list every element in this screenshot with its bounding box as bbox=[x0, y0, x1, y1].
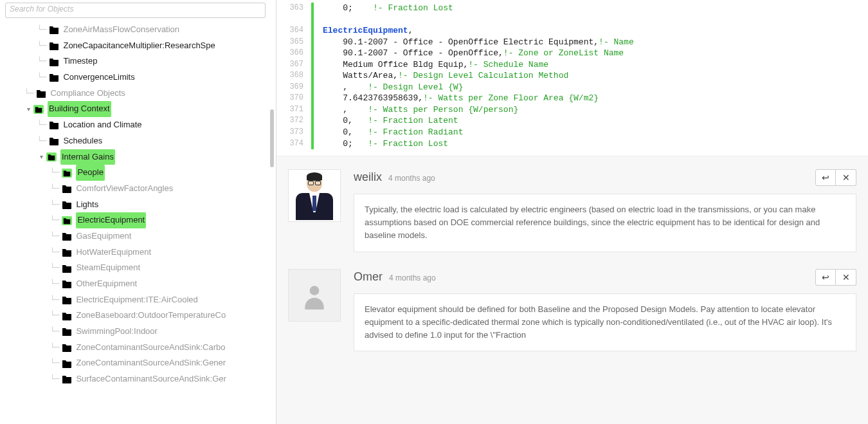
tree-item-label: SwimmingPool:Indoor bbox=[76, 324, 157, 340]
search-input[interactable]: Search for Objects bbox=[5, 3, 266, 18]
avatar[interactable] bbox=[288, 169, 341, 222]
code-line: 373 0, !- Fraction Radiant bbox=[276, 127, 868, 138]
line-number: 369 bbox=[276, 82, 311, 93]
tree-item-label: Timestep bbox=[63, 53, 97, 69]
toggle-icon[interactable]: ▾ bbox=[24, 103, 32, 115]
tree-branch-icon: └─ bbox=[37, 70, 46, 85]
code-content[interactable]: Watts/Area,!- Design Level Calculation M… bbox=[323, 70, 568, 82]
folder-icon bbox=[62, 216, 72, 225]
folder-icon bbox=[62, 279, 72, 288]
folder-icon bbox=[49, 41, 59, 50]
diff-gutter bbox=[311, 59, 314, 71]
tree-item-surfacecontaminantsourceandsin[interactable]: └─SurfaceContaminantSourceAndSink:Ger bbox=[5, 371, 271, 387]
code-content[interactable]: , !- Watts per Person {W/person} bbox=[323, 104, 518, 116]
diff-gutter bbox=[311, 37, 314, 48]
comment-author[interactable]: weilix bbox=[354, 171, 382, 184]
tree-item-location-and-climate[interactable]: └─Location and Climate bbox=[5, 117, 271, 133]
diff-gutter bbox=[311, 14, 314, 26]
tree-branch-icon: └─ bbox=[50, 340, 59, 355]
tree-branch-icon: └─ bbox=[50, 356, 59, 371]
code-content[interactable]: 0, !- Fraction Radiant bbox=[323, 127, 463, 138]
tree-item-people[interactable]: └─People bbox=[5, 165, 271, 181]
folder-icon bbox=[62, 295, 72, 304]
code-content[interactable]: 90.1-2007 - Office - OpenOffice,!- Zone … bbox=[323, 48, 624, 59]
tree-branch-icon: └─ bbox=[50, 308, 59, 323]
folder-icon bbox=[49, 57, 59, 66]
tree-item-hotwaterequipment[interactable]: └─HotWaterEquipment bbox=[5, 244, 271, 261]
tree-item-building-context[interactable]: ▾Building Context bbox=[5, 101, 271, 117]
tree-item-label: ElectricEquipment:ITE:AirCooled bbox=[76, 292, 197, 308]
tree-item-label: ComfortViewFactorAngles bbox=[76, 181, 173, 197]
reply-button[interactable]: ↩ bbox=[815, 269, 836, 286]
line-number: 371 bbox=[276, 104, 311, 116]
tree-item-convergencelimits[interactable]: └─ConvergenceLimits bbox=[5, 69, 271, 86]
folder-icon bbox=[62, 169, 72, 178]
tree-item-label: Location and Climate bbox=[63, 117, 141, 133]
code-content[interactable] bbox=[323, 14, 328, 26]
toggle-icon[interactable]: ▾ bbox=[37, 151, 45, 163]
avatar[interactable] bbox=[288, 269, 341, 322]
tree-item-zoneairmassflowconservation[interactable]: └─ZoneAirMassFlowConservation bbox=[5, 22, 271, 38]
line-number: 363 bbox=[276, 3, 311, 14]
tree-item-swimmingpool-indoor[interactable]: └─SwimmingPool:Indoor bbox=[5, 324, 271, 340]
folder-icon bbox=[62, 343, 72, 352]
tree-item-label: Building Context bbox=[48, 101, 111, 117]
comment-text: Elevator equipment should be defined for… bbox=[354, 293, 856, 351]
tree-item-lights[interactable]: └─Lights bbox=[5, 197, 271, 213]
folder-icon bbox=[62, 311, 72, 320]
line-number: 367 bbox=[276, 59, 311, 71]
tree-item-gasequipment[interactable]: └─GasEquipment bbox=[5, 228, 271, 244]
code-content[interactable]: 0; !- Fraction Lost bbox=[323, 138, 448, 150]
code-line: 369 , !- Design Level {W} bbox=[276, 82, 868, 93]
tree-item-label: ZoneBaseboard:OutdoorTemperatureCo bbox=[76, 308, 226, 324]
code-content[interactable]: 7.6423763958639,!- Watts per Zone Floor … bbox=[323, 93, 599, 104]
diff-gutter bbox=[311, 82, 314, 93]
code-content[interactable]: ElectricEquipment, bbox=[323, 25, 413, 37]
sidebar-tree: Search for Objects └─ZoneAirMassFlowCons… bbox=[0, 0, 276, 424]
comment-author[interactable]: Omer bbox=[354, 270, 383, 284]
tree-item-otherequipment[interactable]: └─OtherEquipment bbox=[5, 276, 271, 292]
line-number bbox=[276, 14, 311, 26]
line-number: 374 bbox=[276, 138, 311, 150]
tree-item-zonecapacitancemultiplier-rese[interactable]: └─ZoneCapacitanceMultiplier:ResearchSpe bbox=[5, 38, 271, 54]
diff-gutter bbox=[311, 127, 314, 138]
comment-header: weilix4 months ago↩✕ bbox=[354, 169, 856, 186]
tree-item-comfortviewfactorangles[interactable]: └─ComfortViewFactorAngles bbox=[5, 181, 271, 197]
tree-item-internal-gains[interactable]: ▾Internal Gains bbox=[5, 149, 271, 165]
code-content[interactable]: 0, !- Fraction Latent bbox=[323, 115, 458, 127]
tree-item-schedules[interactable]: └─Schedules bbox=[5, 133, 271, 149]
reply-button[interactable]: ↩ bbox=[815, 169, 836, 186]
close-button[interactable]: ✕ bbox=[836, 269, 856, 286]
tree-item-label: Internal Gains bbox=[60, 149, 115, 165]
close-button[interactable]: ✕ bbox=[836, 169, 856, 186]
code-line bbox=[276, 14, 868, 26]
code-content[interactable]: , !- Design Level {W} bbox=[323, 82, 463, 93]
folder-icon bbox=[62, 359, 72, 368]
folder-icon bbox=[49, 73, 59, 82]
tree-item-zonecontaminantsourceandsink-g[interactable]: └─ZoneContaminantSourceAndSink:Gener bbox=[5, 355, 271, 371]
scrollbar[interactable] bbox=[270, 109, 274, 167]
tree-item-label: ZoneCapacitanceMultiplier:ResearchSpe bbox=[63, 38, 215, 54]
code-line: 374 0; !- Fraction Lost bbox=[276, 138, 868, 150]
tree-item-zonecontaminantsourceandsink-c[interactable]: └─ZoneContaminantSourceAndSink:Carbo bbox=[5, 340, 271, 356]
comments-section: weilix4 months ago↩✕Typically, the elect… bbox=[276, 156, 868, 424]
comment: weilix4 months ago↩✕Typically, the elect… bbox=[288, 169, 856, 252]
tree-item-electricequipment-ite-aircoole[interactable]: └─ElectricEquipment:ITE:AirCooled bbox=[5, 292, 271, 308]
folder-icon bbox=[33, 105, 44, 114]
folder-icon bbox=[49, 120, 59, 129]
tree-item-label: ZoneContaminantSourceAndSink:Carbo bbox=[76, 340, 225, 356]
tree-branch-icon: └─ bbox=[37, 54, 46, 69]
line-number: 368 bbox=[276, 70, 311, 82]
tree-item-zonebaseboard-outdoortemperatu[interactable]: └─ZoneBaseboard:OutdoorTemperatureCo bbox=[5, 308, 271, 324]
tree-item-steamequipment[interactable]: └─SteamEquipment bbox=[5, 260, 271, 276]
code-content[interactable]: 90.1-2007 - Office - OpenOffice Electric… bbox=[323, 37, 634, 48]
folder-icon bbox=[46, 152, 57, 161]
code-content[interactable]: Medium Office Bldg Equip,!- Schedule Nam… bbox=[323, 59, 548, 71]
tree-item-electricequipment[interactable]: └─ElectricEquipment bbox=[5, 212, 271, 228]
tree-branch-icon: └─ bbox=[50, 372, 59, 387]
line-number: 372 bbox=[276, 115, 311, 127]
tree-item-timestep[interactable]: └─Timestep bbox=[5, 53, 271, 69]
diff-gutter bbox=[311, 104, 314, 116]
code-content[interactable]: 0; !- Fraction Lost bbox=[323, 3, 453, 14]
tree-item-compliance-objects[interactable]: └─Compliance Objects bbox=[5, 86, 271, 102]
